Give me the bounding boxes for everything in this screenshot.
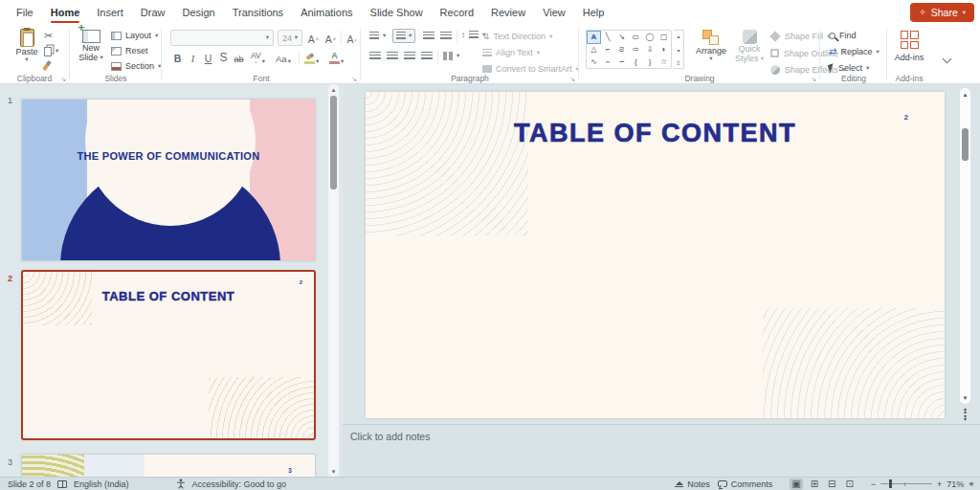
font-dialog-launcher[interactable]: ↘ xyxy=(351,76,357,82)
menu-home[interactable]: Home xyxy=(42,1,89,24)
text-direction-button[interactable]: ⇅ Text Direction ▾ xyxy=(482,32,552,41)
shape-elbow[interactable]: ⌐ xyxy=(601,44,615,56)
underline-button[interactable]: U xyxy=(201,50,215,65)
shape-textbox[interactable]: A xyxy=(587,31,601,44)
strikethrough-button[interactable]: ab xyxy=(232,50,246,65)
quick-styles-button[interactable]: Quick Styles▾ xyxy=(733,30,766,64)
font-color-button[interactable]: A ▾ xyxy=(329,50,344,65)
shape-arrow-down[interactable]: ⇩ xyxy=(643,44,657,56)
shape-arrow[interactable]: ↘ xyxy=(614,31,629,44)
align-left-button[interactable] xyxy=(369,52,381,60)
slide-sorter-view-button[interactable]: ⊞ xyxy=(809,479,820,490)
paragraph-dialog-launcher[interactable]: ↘ xyxy=(569,76,575,82)
justify-button[interactable] xyxy=(421,52,433,60)
reading-view-button[interactable]: ⊟ xyxy=(826,479,837,490)
zoom-in-button[interactable]: + xyxy=(937,479,942,489)
numbering-button[interactable]: ▾ xyxy=(392,29,415,43)
shadow-button[interactable]: S xyxy=(216,50,231,65)
shape-scribble[interactable]: ∿ xyxy=(587,56,601,68)
paste-button[interactable]: Paste ▾ xyxy=(11,29,42,63)
next-slide-button[interactable]: ▾▾ xyxy=(964,415,967,421)
zoom-out-button[interactable]: − xyxy=(871,479,876,489)
shape-triangle[interactable]: △ xyxy=(587,44,601,56)
menu-insert[interactable]: Insert xyxy=(88,1,132,24)
grow-font-button[interactable]: A˄ xyxy=(306,31,321,46)
convert-to-smartart-button[interactable]: Convert to SmartArt ▾ xyxy=(482,64,579,74)
new-slide-button[interactable]: New Slide▾ xyxy=(75,30,107,63)
slide-indicator[interactable]: Slide 2 of 8 xyxy=(8,479,51,489)
shapes-gallery-scroll[interactable]: ▴ ▾ ≡ xyxy=(674,30,684,69)
decrease-indent-button[interactable] xyxy=(423,32,434,40)
menu-slide-show[interactable]: Slide Show xyxy=(362,1,432,24)
shape-brace-right[interactable]: } xyxy=(643,56,657,68)
slide3-thumbnail[interactable]: 3 xyxy=(21,454,316,477)
font-size-combobox[interactable]: 24 ▾ xyxy=(278,30,302,46)
menu-design[interactable]: Design xyxy=(173,1,223,24)
align-right-button[interactable] xyxy=(404,52,415,60)
share-button[interactable]: ✧ Share ▾ xyxy=(910,3,974,22)
character-spacing-button[interactable]: AV↔ ▾ xyxy=(251,50,265,65)
change-case-button[interactable]: Aa ▾ xyxy=(276,50,291,65)
align-text-button[interactable]: Align Text ▾ xyxy=(482,48,540,57)
canvas-scrollbar-thumb[interactable] xyxy=(962,128,969,161)
shape-rounded-rectangle[interactable]: ▢ xyxy=(657,31,671,44)
shape-rectangle[interactable]: ▭ xyxy=(629,31,643,44)
slide-canvas[interactable]: TABLE OF CONTENT 2 xyxy=(366,92,945,418)
highlight-color-button[interactable]: ▾ xyxy=(304,50,319,65)
italic-button[interactable]: I xyxy=(186,50,200,65)
menu-review[interactable]: Review xyxy=(482,1,534,24)
addins-button[interactable]: Add-ins xyxy=(892,31,926,62)
scroll-down-icon[interactable]: ▾ xyxy=(960,394,970,401)
copy-button[interactable]: ▾ xyxy=(44,45,58,56)
notes-toggle[interactable]: Notes xyxy=(675,479,710,489)
menu-transitions[interactable]: Transitions xyxy=(224,1,292,24)
clipboard-dialog-launcher[interactable]: ↘ xyxy=(60,76,66,82)
font-name-combobox[interactable]: ▾ xyxy=(170,30,274,46)
clear-formatting-button[interactable]: Aₓ xyxy=(345,31,359,46)
shape-arc[interactable]: ⌢ xyxy=(601,56,615,68)
menu-record[interactable]: Record xyxy=(432,1,482,24)
drawing-dialog-launcher[interactable]: ↘ xyxy=(811,76,816,82)
shape-curve[interactable]: Ƨ xyxy=(614,44,629,56)
cut-button[interactable]: ✂ xyxy=(44,30,53,42)
scroll-up-icon[interactable]: ▴ xyxy=(960,91,970,98)
shape-line[interactable]: ╲ xyxy=(601,31,615,44)
shrink-font-button[interactable]: A˅ xyxy=(323,31,338,46)
canvas-scrollbar[interactable]: ▴ ▾ xyxy=(960,88,970,404)
columns-button[interactable]: ▾ xyxy=(443,52,459,60)
notes-placeholder[interactable]: Click to add notes xyxy=(350,431,430,442)
find-button[interactable]: Find xyxy=(829,31,857,40)
menu-file[interactable]: File xyxy=(8,1,42,24)
shape-wave[interactable]: ∼ xyxy=(614,56,629,68)
scroll-up-icon[interactable]: ▴ xyxy=(328,86,339,93)
increase-indent-button[interactable] xyxy=(440,32,452,40)
notes-pane[interactable]: Click to add notes xyxy=(343,424,980,477)
reset-button[interactable]: Reset xyxy=(111,46,148,56)
spellcheck-book-icon[interactable] xyxy=(57,480,67,488)
shape-brace-left[interactable]: { xyxy=(629,56,643,68)
language-indicator[interactable]: English (India) xyxy=(74,479,129,489)
menu-help[interactable]: Help xyxy=(574,1,613,24)
thumbnail-scrollbar-thumb[interactable] xyxy=(330,96,337,189)
thumbnail-scrollbar[interactable]: ▴ ▾ xyxy=(328,84,339,477)
slide1-thumbnail[interactable]: THE POWER OF COMMUNICATION xyxy=(21,99,316,261)
collapse-ribbon-chevron[interactable] xyxy=(943,55,952,64)
replace-button[interactable]: ⇄ Replace ▾ xyxy=(829,47,880,56)
accessibility-status[interactable]: Accessibility: Good to go xyxy=(192,479,287,489)
menu-animations[interactable]: Animations xyxy=(292,1,361,24)
zoom-percentage[interactable]: 71% xyxy=(947,479,964,489)
slide2-thumbnail[interactable]: TABLE OF CONTENT 2 xyxy=(21,270,316,440)
shapes-gallery[interactable]: A ╲ ↘ ▭ ◯ ▢ △ ⌐ Ƨ ⇨ ⇩ ◗ ∿ ⌢ ∼ { } ☆ xyxy=(586,30,672,69)
zoom-slider-thumb[interactable] xyxy=(889,479,892,488)
shape-arrow-right[interactable]: ⇨ xyxy=(629,44,643,56)
zoom-slider[interactable] xyxy=(880,479,932,488)
select-button[interactable]: Select ▾ xyxy=(829,63,869,73)
shape-star[interactable]: ☆ xyxy=(657,56,671,68)
scroll-down-icon[interactable]: ▾ xyxy=(328,468,339,475)
bold-button[interactable]: B xyxy=(170,50,185,65)
normal-view-button[interactable]: ▣ xyxy=(790,479,802,490)
shape-partial-circle[interactable]: ◗ xyxy=(657,44,671,56)
menu-view[interactable]: View xyxy=(534,1,574,24)
fit-slide-to-window-button[interactable]: ⌖ xyxy=(969,479,974,490)
format-painter-button[interactable] xyxy=(45,60,49,71)
